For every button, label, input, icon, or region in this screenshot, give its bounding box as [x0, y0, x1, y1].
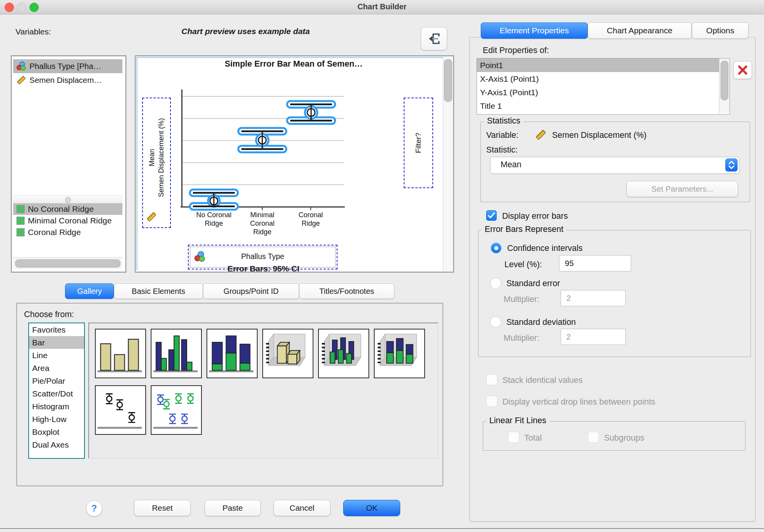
- fit-subgroups-checkbox[interactable]: [588, 432, 599, 443]
- variable-item-label: Phallus Type [Pha…: [29, 62, 101, 71]
- error-bar-coronal-ridge[interactable]: [286, 100, 337, 127]
- nominal-variable-icon: [16, 61, 26, 71]
- edit-item-title1[interactable]: Title 1: [477, 99, 730, 113]
- linear-fit-lines-legend: Linear Fit Lines: [486, 416, 549, 426]
- variable-value: Semen Displacement (%): [552, 130, 647, 140]
- gridline: [182, 184, 344, 185]
- categories-hscrollbar-thumb[interactable]: [15, 259, 120, 268]
- category-item[interactable]: Minimal Coronal Ridge: [13, 215, 122, 227]
- edit-item-x-axis1[interactable]: X-Axis1 (Point1): [477, 72, 730, 86]
- category-item[interactable]: Coronal Ridge: [13, 227, 122, 238]
- category-item[interactable]: No Coronal Ridge: [13, 203, 122, 215]
- preview-chart-title: Simple Error Bar Mean of Semen…: [136, 59, 452, 69]
- chart-type-list: Favorites Bar Line Area Pie/Polar Scatte…: [28, 323, 85, 459]
- variable-item-phallus-type[interactable]: Phallus Type [Pha…: [13, 59, 122, 73]
- chart-type-line[interactable]: Line: [29, 349, 84, 362]
- fit-total-label: Total: [524, 433, 542, 443]
- set-parameters-button[interactable]: Set Parameters...: [626, 181, 738, 197]
- se-multiplier-input[interactable]: 2: [561, 290, 626, 306]
- ok-button[interactable]: OK: [343, 500, 400, 516]
- preview-accent-top: [136, 57, 452, 58]
- display-error-bars-checkbox[interactable]: [486, 210, 497, 221]
- gallery-icon-stacked-bar[interactable]: [206, 329, 258, 378]
- tab-element-properties[interactable]: Element Properties: [481, 22, 588, 39]
- gallery-icon-simple-3d-bar[interactable]: [262, 329, 313, 378]
- tab-options[interactable]: Options: [692, 22, 749, 39]
- variables-splitter[interactable]: [13, 196, 122, 204]
- y-axis-label: Mean Semen Displacement (%): [147, 118, 166, 197]
- chart-type-dual-axes[interactable]: Dual Axes: [29, 438, 84, 451]
- chart-type-high-low[interactable]: High-Low: [29, 413, 84, 426]
- preview-vscrollbar[interactable]: [443, 57, 453, 271]
- x-tick: [310, 208, 311, 210]
- fit-total-checkbox[interactable]: [508, 432, 519, 443]
- reset-button[interactable]: Reset: [134, 500, 191, 516]
- tab-titles-footnotes[interactable]: Titles/Footnotes: [299, 283, 394, 299]
- linear-fit-lines-group: Linear Fit Lines Total Subgroups: [483, 421, 745, 451]
- edit-list-vscrollbar-thumb[interactable]: [721, 61, 728, 100]
- y-axis-drop-zone[interactable]: Mean Semen Displacement (%): [142, 98, 171, 228]
- level-input[interactable]: 95: [559, 255, 631, 271]
- error-bar-no-coronal-ridge[interactable]: [188, 188, 239, 213]
- chart-type-bar[interactable]: Bar: [29, 336, 84, 349]
- edit-item-y-axis1[interactable]: Y-Axis1 (Point1): [477, 86, 730, 99]
- preview-vscrollbar-thumb[interactable]: [444, 59, 452, 102]
- filter-drop-zone[interactable]: Filter?: [404, 98, 433, 188]
- gallery-icon-clustered-bar[interactable]: [151, 329, 202, 378]
- variables-label: Variables:: [15, 27, 51, 36]
- chart-type-favorites[interactable]: Favorites: [29, 323, 84, 336]
- scale-variable-icon: [535, 129, 547, 142]
- standard-deviation-radio[interactable]: [490, 316, 501, 328]
- variable-item-semen-displacement[interactable]: Semen Displacem…: [13, 73, 122, 87]
- chart-type-histogram[interactable]: Histogram: [29, 400, 84, 413]
- category-grid-icon: [16, 205, 25, 213]
- statistic-dropdown-value: Mean: [501, 160, 521, 170]
- sd-multiplier-input[interactable]: 2: [561, 329, 626, 345]
- standard-error-radio[interactable]: [490, 278, 501, 289]
- se-multiplier-label: Multiplier:: [504, 295, 539, 304]
- paste-button[interactable]: Paste: [205, 500, 261, 516]
- error-bars-group: Error Bars Represent Confidence interval…: [478, 230, 751, 357]
- stack-identical-values-checkbox[interactable]: [486, 374, 497, 385]
- chart-type-pie-polar[interactable]: Pie/Polar: [29, 374, 84, 387]
- statistics-group: Statistics Variable: Semen Displacement …: [480, 122, 750, 202]
- drop-lines-checkbox[interactable]: [486, 396, 497, 407]
- preview-note: Chart preview uses example data: [157, 27, 335, 36]
- gallery-icon-clustered-3d-bar[interactable]: [318, 329, 369, 378]
- chart-type-boxplot[interactable]: Boxplot: [29, 426, 84, 438]
- category-grid-icon: [16, 228, 25, 237]
- categories-hscrollbar[interactable]: [13, 257, 122, 269]
- display-error-bars-label: Display error bars: [502, 211, 568, 221]
- chart-type-scatter-dot[interactable]: Scatter/Dot: [29, 387, 84, 400]
- filter-zone-label: Filter?: [414, 133, 423, 153]
- help-button[interactable]: ?: [86, 500, 102, 517]
- gallery-icon-clustered-error-bar[interactable]: [151, 385, 202, 435]
- gallery-icon-simple-error-bar[interactable]: [95, 385, 146, 435]
- remove-element-button[interactable]: [733, 61, 752, 79]
- statistic-dropdown[interactable]: Mean: [490, 157, 740, 174]
- tab-groups-point-id[interactable]: Groups/Point ID: [203, 283, 299, 299]
- gallery-icon-simple-bar[interactable]: [95, 329, 146, 378]
- window-title: Chart Builder: [0, 2, 764, 11]
- edit-item-point1[interactable]: Point1: [477, 58, 730, 72]
- collapse-properties-button[interactable]: [421, 27, 447, 50]
- error-bar-minimal-coronal-ridge[interactable]: [237, 127, 288, 156]
- statistics-legend: Statistics: [484, 116, 523, 126]
- confidence-intervals-radio[interactable]: [491, 243, 501, 253]
- fit-subgroups-label: Subgroups: [604, 433, 644, 443]
- edit-list-vscrollbar[interactable]: [719, 58, 730, 113]
- cancel-button[interactable]: Cancel: [274, 500, 330, 516]
- gallery-icon-stacked-3d-bar[interactable]: [374, 329, 425, 378]
- y-axis-line: [181, 89, 182, 208]
- dialog-bottom-edge: [0, 528, 764, 529]
- sd-multiplier-value: 2: [566, 332, 571, 342]
- tab-basic-elements[interactable]: Basic Elements: [114, 283, 203, 299]
- x-category-label: CoronalRidge: [280, 211, 342, 228]
- chart-footnote: Error Bars: 95% CI: [136, 264, 391, 273]
- categories-list: No Coronal Ridge Minimal Coronal Ridge C…: [13, 203, 122, 257]
- dropdown-stepper-icon[interactable]: [725, 158, 738, 172]
- tab-chart-appearance[interactable]: Chart Appearance: [588, 22, 692, 39]
- chart-type-area[interactable]: Area: [29, 362, 84, 374]
- variable-item-label: Semen Displacem…: [29, 76, 102, 85]
- tab-gallery[interactable]: Gallery: [65, 283, 114, 299]
